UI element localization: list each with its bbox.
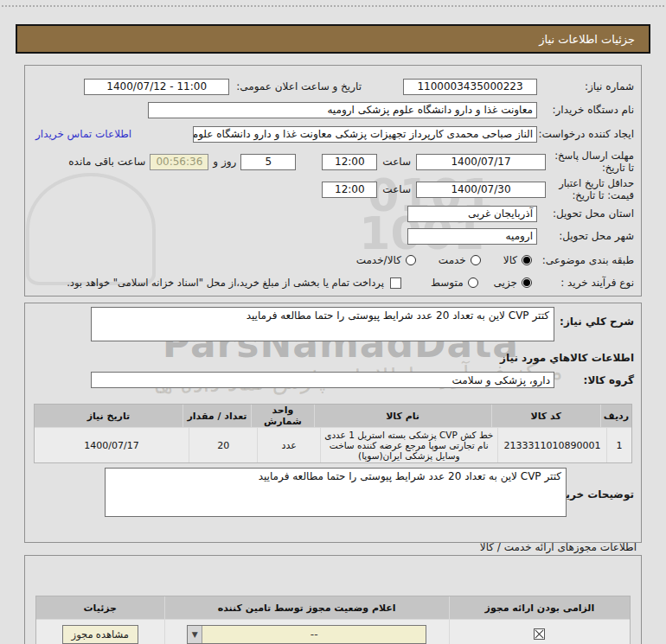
page-title: جزئیات اطلاعات نیاز bbox=[539, 33, 635, 46]
row-request-creator: ایجاد کننده درخواست: الناز صباحی محمدی ک… bbox=[32, 125, 634, 143]
buyer-org-field[interactable]: معاونت غذا و دارو دانشگاه علوم پزشکی ارو… bbox=[148, 102, 537, 118]
goods-table: ردیف کد کالا نام کالا واحد شمارش تعداد /… bbox=[34, 404, 632, 463]
row-delivery-province: استان محل تحویل: آذربایجان غربی bbox=[32, 205, 634, 222]
purchase-option-medium[interactable]: متوسط bbox=[431, 277, 478, 289]
announce-datetime-field[interactable]: 1400/07/12 - 11:00 bbox=[84, 79, 229, 95]
header-permit-details: جزئیات bbox=[36, 596, 164, 619]
page-title-bar: جزئیات اطلاعات نیاز bbox=[16, 24, 650, 54]
radio-goods-service-label: کالا/خدمت bbox=[356, 254, 401, 266]
radio-medium-label: متوسط bbox=[431, 277, 464, 289]
header-code: کد کالا bbox=[491, 405, 600, 427]
subject-class-label: طبقه بندی موضوعی: bbox=[532, 254, 634, 266]
price-validity-time-field[interactable]: 12:00 bbox=[322, 182, 377, 198]
goods-section-title: اطلاعات کالاهاي مورد نیاز bbox=[500, 352, 634, 364]
delivery-province-label: استان محل تحویل: bbox=[537, 207, 634, 220]
cell-row-no: 1 bbox=[606, 427, 631, 462]
cell-permit-required bbox=[449, 619, 630, 644]
header-permit-required: الزامی بودن ارائه مجوز bbox=[449, 596, 630, 619]
goods-group-label: گروه کالا: bbox=[584, 374, 634, 386]
need-desc-panel: شرح کلي نیاز: کتتر CVP لاین به تعداد 20 … bbox=[24, 303, 642, 543]
header-row-no: ردیف bbox=[600, 405, 631, 427]
request-creator-label: ایجاد کننده درخواست: bbox=[537, 128, 634, 140]
response-hour-label: ساعت bbox=[382, 156, 411, 168]
response-deadline-date-field[interactable]: 1400/07/17 bbox=[416, 154, 546, 170]
permits-table: الزامی بودن ارائه مجوز اعلام وضعیت مجوز … bbox=[35, 596, 631, 644]
request-creator-field[interactable]: الناز صباحی محمدی کارپرداز تجهیزات پزشکی… bbox=[193, 126, 537, 143]
price-validity-date-field[interactable]: 1400/07/30 bbox=[416, 182, 546, 198]
buyer-org-label: نام دستگاه خریدار: bbox=[537, 104, 634, 116]
row-need-number: شماره نیاز: 1100003435000223 تاریخ و ساع… bbox=[32, 78, 634, 95]
announce-datetime-label: تاریخ و ساعت اعلان عمومی: bbox=[236, 80, 362, 92]
permits-table-row: -- ▼ مشاهده مجوز bbox=[36, 619, 630, 644]
cell-permit-details: مشاهده مجوز bbox=[36, 619, 164, 644]
need-desc-label: شرح کلي نیاز: bbox=[560, 316, 634, 328]
cell-need-date: 1400/07/17 bbox=[35, 427, 189, 462]
radio-service-icon[interactable] bbox=[471, 255, 481, 265]
permit-required-checkbox[interactable] bbox=[534, 628, 545, 640]
radio-medium-icon[interactable] bbox=[468, 277, 478, 288]
buyer-contact-link[interactable]: اطلاعات تماس خریدار bbox=[35, 128, 131, 140]
header-unit: واحد شمارش bbox=[251, 405, 313, 427]
cell-unit: عدد bbox=[257, 427, 319, 462]
top-divider bbox=[2, 5, 664, 7]
remaining-time-counter: 00:56:36 bbox=[150, 154, 208, 170]
permits-table-header: الزامی بودن ارائه مجوز اعلام وضعیت مجوز … bbox=[36, 596, 630, 619]
validity-hour-label: ساعت bbox=[382, 183, 411, 195]
cell-code: 2133311010890001 bbox=[497, 427, 606, 462]
purchase-type-label: نوع فرآیند خرید : bbox=[532, 277, 634, 289]
subject-option-service[interactable]: خدمت bbox=[439, 254, 481, 266]
radio-service-label: خدمت bbox=[439, 254, 466, 266]
cell-qty: 20 bbox=[189, 427, 257, 462]
days-and-label: روز و bbox=[213, 156, 236, 168]
treasury-note: پرداخت تمام یا بخشی از مبلغ خرید،از محل … bbox=[67, 277, 384, 289]
purchase-option-partial[interactable]: جزیی bbox=[494, 277, 532, 289]
row-buyer-org: نام دستگاه خریدار: معاونت غذا و دارو دان… bbox=[32, 101, 634, 118]
subject-option-goods-service[interactable]: کالا/خدمت bbox=[356, 254, 416, 266]
delivery-city-field[interactable]: ارومیه bbox=[407, 228, 537, 245]
row-price-validity: حداقل تاریخ اعتبار قیمت: تا تاریخ: 1400/… bbox=[32, 176, 634, 202]
delivery-province-field[interactable]: آذربایجان غربی bbox=[407, 206, 537, 222]
row-subject-class: طبقه بندی موضوعی: کالا خدمت کالا/خدمت bbox=[32, 252, 634, 269]
price-validity-label: حداقل تاریخ اعتبار قیمت: تا تاریخ: bbox=[546, 177, 634, 202]
goods-table-row[interactable]: 1 2133311010890001 خط کش CVP پزشکی بسته … bbox=[35, 427, 631, 462]
permits-section-title: اطلاعات مجوزهای ارائه خدمت / کالا bbox=[480, 541, 637, 553]
need-details-page: 0101 1001 ParsNamadData مرکز فن آوری اطل… bbox=[0, 0, 666, 644]
radio-partial-icon[interactable] bbox=[522, 277, 532, 288]
need-number-field[interactable]: 1100003435000223 bbox=[403, 79, 537, 95]
need-number-label: شماره نیاز: bbox=[537, 80, 634, 92]
permit-status-dropdown[interactable]: -- ▼ bbox=[187, 625, 426, 644]
delivery-city-label: شهر محل تحویل: bbox=[537, 230, 634, 242]
radio-partial-label: جزیی bbox=[494, 277, 517, 289]
goods-table-header: ردیف کد کالا نام کالا واحد شمارش تعداد /… bbox=[35, 405, 631, 427]
header-permit-status: اعلام وضعیت مجوز توسط تامین کننده bbox=[164, 596, 449, 619]
row-response-deadline: مهلت ارسال پاسخ: تا تاریخ: 1400/07/17 سا… bbox=[32, 149, 634, 175]
permits-panel: الزامی بودن ارائه مجوز اعلام وضعیت مجوز … bbox=[24, 555, 642, 644]
response-deadline-label: مهلت ارسال پاسخ: تا تاریخ: bbox=[546, 150, 634, 175]
hours-remaining-label: ساعت باقی مانده bbox=[68, 156, 145, 168]
subject-option-goods[interactable]: کالا bbox=[503, 254, 532, 266]
chevron-down-icon[interactable]: ▼ bbox=[188, 626, 202, 643]
header-qty: تعداد / مقدار bbox=[183, 405, 251, 427]
need-info-panel: شماره نیاز: 1100003435000223 تاریخ و ساع… bbox=[24, 65, 642, 296]
treasury-checkbox[interactable] bbox=[390, 277, 401, 289]
permit-status-value: -- bbox=[202, 628, 426, 641]
need-desc-field[interactable]: کتتر CVP لاین به تعداد 20 عدد شرایط پیوس… bbox=[91, 307, 554, 341]
remaining-days-field[interactable]: 5 bbox=[240, 154, 296, 170]
radio-goods-icon[interactable] bbox=[522, 255, 532, 265]
view-permit-button[interactable]: مشاهده مجوز bbox=[62, 625, 138, 644]
response-deadline-time-field[interactable]: 12:00 bbox=[322, 154, 377, 170]
buyer-notes-field[interactable]: کتتر CVP لاین به تعداد 20 عدد شرایط پیوس… bbox=[105, 468, 567, 517]
cell-permit-status: -- ▼ bbox=[164, 619, 449, 644]
radio-goods-service-icon[interactable] bbox=[406, 255, 416, 265]
header-name: نام کالا bbox=[314, 405, 491, 427]
row-purchase-type: نوع فرآیند خرید : جزیی متوسط پرداخت تمام… bbox=[32, 274, 634, 291]
goods-group-field[interactable]: دارو، پزشکی و سلامت bbox=[91, 372, 554, 388]
header-need-date: تاریخ نیاز bbox=[35, 405, 183, 427]
row-delivery-city: شهر محل تحویل: ارومیه bbox=[32, 227, 634, 245]
radio-goods-label: کالا bbox=[503, 254, 517, 266]
cell-name: خط کش CVP پزشکی بسته استریل 1 عددی نام ت… bbox=[320, 427, 497, 462]
